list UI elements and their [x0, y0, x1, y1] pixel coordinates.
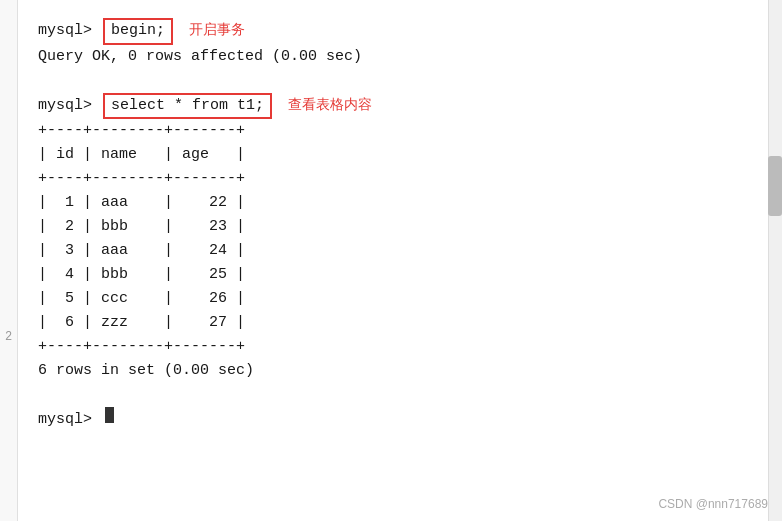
terminal: mysql> begin; 开启事务 Query OK, 0 rows affe… — [18, 0, 768, 442]
line-number-area: 2 — [0, 0, 18, 521]
table-row-1: | 1 | aaa | 22 | — [38, 191, 748, 215]
select-annotation: 查看表格内容 — [288, 94, 372, 116]
final-prompt: mysql> — [38, 408, 101, 432]
scrollbar[interactable] — [768, 0, 782, 521]
begin-annotation: 开启事务 — [189, 19, 245, 41]
line-number: 2 — [5, 330, 12, 344]
prompt-2: mysql> — [38, 94, 101, 118]
query-ok-line: Query OK, 0 rows affected (0.00 sec) — [38, 45, 748, 69]
table-sep-1: +----+--------+-------+ — [38, 119, 748, 143]
prompt-1: mysql> — [38, 19, 101, 43]
command-line-begin: mysql> begin; 开启事务 — [38, 18, 748, 45]
scrollbar-thumb[interactable] — [768, 156, 782, 216]
command-line-select: mysql> select * from t1; 查看表格内容 — [38, 93, 748, 120]
rows-in-set-text: 6 rows in set (0.00 sec) — [38, 359, 254, 383]
table-row-3: | 3 | aaa | 24 | — [38, 239, 748, 263]
table-header: | id | name | age | — [38, 143, 748, 167]
table-sep-3: +----+--------+-------+ — [38, 335, 748, 359]
table-sep-2: +----+--------+-------+ — [38, 167, 748, 191]
table-row-2: | 2 | bbb | 23 | — [38, 215, 748, 239]
watermark: CSDN @nnn717689 — [658, 497, 768, 511]
table-row-5: | 5 | ccc | 26 | — [38, 287, 748, 311]
blank-line-1 — [38, 69, 748, 93]
select-command-box: select * from t1; — [103, 93, 272, 120]
begin-command-box: begin; — [103, 18, 173, 45]
table-row-6: | 6 | zzz | 27 | — [38, 311, 748, 335]
table-row-4: | 4 | bbb | 25 | — [38, 263, 748, 287]
final-prompt-line[interactable]: mysql> — [38, 407, 748, 432]
query-ok-text: Query OK, 0 rows affected (0.00 sec) — [38, 45, 362, 69]
blank-line-2 — [38, 383, 748, 407]
cursor-blink — [105, 407, 114, 423]
rows-in-set-line: 6 rows in set (0.00 sec) — [38, 359, 748, 383]
